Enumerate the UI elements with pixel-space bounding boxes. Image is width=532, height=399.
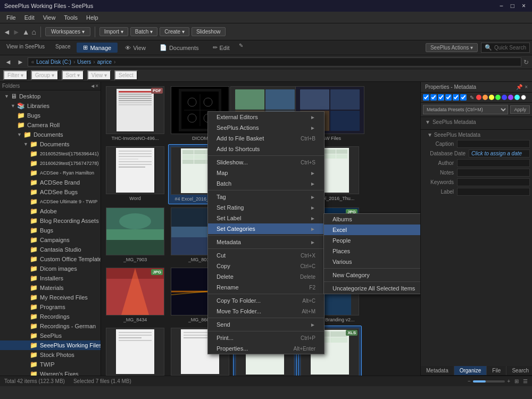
cb6[interactable] xyxy=(460,94,467,101)
thumb-mg7903[interactable]: _MG_7903 xyxy=(103,205,167,264)
view-mode-btn[interactable]: ⊞ xyxy=(514,378,519,384)
thumb-word[interactable]: Word xyxy=(103,144,167,204)
sidebar-item-seeplus-working[interactable]: 📁 SeeePlus Working Files xyxy=(0,340,101,350)
menu-edit[interactable]: Edit xyxy=(20,13,39,22)
rp-tab-file[interactable]: File xyxy=(487,366,506,375)
ctx-set-categories[interactable]: Set Categories ► xyxy=(208,223,324,234)
tab-view[interactable]: 👁 View xyxy=(119,43,152,53)
rp-tab-metadata[interactable]: Metadata xyxy=(421,366,454,375)
color-dot-white[interactable] xyxy=(521,95,526,100)
metadata-presets-select[interactable]: Metadata Presets (Ctrl+M) xyxy=(423,105,508,114)
sidebar-item-programs[interactable]: 📁 Programs xyxy=(0,302,101,312)
tab-documents[interactable]: 📄 Documents xyxy=(153,43,205,53)
ctx-cat-excel[interactable]: Excel xyxy=(324,225,420,235)
zoom-out-btn[interactable]: − xyxy=(468,378,471,384)
menu-tools[interactable]: Tools xyxy=(60,13,82,22)
ctx-cat-albums[interactable]: Albums xyxy=(324,214,420,225)
path-aprice[interactable]: aprice xyxy=(97,59,112,65)
ctx-map[interactable]: Map ► xyxy=(208,168,324,178)
sidebar-item-camera-roll[interactable]: 📁 Camera Roll xyxy=(0,120,101,130)
ctx-send[interactable]: Send ► xyxy=(208,319,324,330)
rp-tab-organize[interactable]: Organize xyxy=(454,366,487,375)
ctx-add-basket[interactable]: Add to File Basket Ctrl+B xyxy=(208,133,324,144)
collapse-arrow[interactable]: ▼ xyxy=(425,119,430,125)
sidebar-item-recordings[interactable]: 📁 Recordings xyxy=(0,312,101,321)
workspaces-button[interactable]: Workspaces ▾ xyxy=(45,27,90,36)
sidebar-item-cantasia[interactable]: 📁 Cantasia Studio xyxy=(0,245,101,254)
sidebar-item-20160629[interactable]: 📁 20160629test(1756747278) xyxy=(0,159,101,168)
path-localdisk[interactable]: Local Disk (C:) xyxy=(36,59,71,65)
sidebar-item-documents[interactable]: ▼ 📁 Documents xyxy=(0,130,101,139)
ctx-copy-to[interactable]: Copy To Folder... Alt+C xyxy=(208,295,324,306)
close-button[interactable]: × xyxy=(520,2,528,10)
ctx-add-shortcuts[interactable]: Add to Shortcuts xyxy=(208,144,324,154)
batch-button[interactable]: Batch ▾ xyxy=(130,27,157,36)
view-in-seeplus-btn[interactable]: View in SeePlus xyxy=(2,43,49,53)
field-caption-input[interactable] xyxy=(457,140,530,148)
menu-view[interactable]: View xyxy=(39,13,60,22)
apply-button[interactable]: Apply xyxy=(510,105,530,114)
ctx-properties[interactable]: Properties... Alt+Enter xyxy=(208,343,324,354)
zoom-in-btn[interactable]: + xyxy=(507,378,510,384)
ctx-cat-places[interactable]: Places xyxy=(324,246,420,256)
field-keywords-input[interactable] xyxy=(457,178,530,186)
sidebar-item-documents2[interactable]: ▼ 📁 Documents xyxy=(0,139,101,149)
cb5[interactable] xyxy=(453,94,459,101)
ctx-set-label[interactable]: Set Label ► xyxy=(208,213,324,223)
ctx-cat-people[interactable]: People xyxy=(324,235,420,246)
sidebar-item-campaigns[interactable]: 📁 Campaigns xyxy=(0,235,101,245)
ctx-cat-various[interactable]: Various xyxy=(324,256,420,267)
zoom-slider[interactable] xyxy=(473,380,505,383)
color-dot-yellow[interactable] xyxy=(489,95,494,100)
tab-manage[interactable]: ⊞ Manage xyxy=(77,43,118,53)
ctx-print[interactable]: Print... Ctrl+P xyxy=(208,332,324,343)
addr-back-btn[interactable]: ◄ xyxy=(3,58,13,66)
create-button[interactable]: Create ▾ xyxy=(160,27,189,36)
ctx-set-rating[interactable]: Set Rating ► xyxy=(208,202,324,213)
ctx-rename[interactable]: Rename F2 xyxy=(208,282,324,293)
sort-btn[interactable]: Sort ▾ xyxy=(62,70,84,80)
sidebar-item-warrens[interactable]: 📁 Warren's Fixes xyxy=(0,369,101,376)
field-dbdate-value[interactable]: Click to assign a date xyxy=(469,149,530,157)
ctx-cat-uncategorize[interactable]: Uncategorize All Selected Items xyxy=(324,283,420,294)
list-view-btn[interactable]: ☰ xyxy=(523,378,528,384)
tab-edit[interactable]: ✏ Edit xyxy=(206,43,236,53)
sidebar-item-20160525[interactable]: 📁 20160525test(1756396441) xyxy=(0,149,101,159)
sidebar-item-dicom[interactable]: 📁 Dicom images xyxy=(0,264,101,273)
menu-help[interactable]: Help xyxy=(82,13,103,22)
color-dot-blue[interactable] xyxy=(502,95,507,100)
color-dot-purple[interactable] xyxy=(508,95,513,100)
thumb-mg8434[interactable]: JPG _MG_8434 xyxy=(103,265,167,325)
ctx-cat-new[interactable]: New Category xyxy=(324,270,420,280)
thumb-thc-invoice[interactable]: PDF THC-InvoiceNO-496... xyxy=(103,84,167,143)
sidebar-item-acdSee-ultimate[interactable]: 📁 ACDSee Ultimate 9 - TWIP xyxy=(0,197,101,206)
field-notes-input[interactable] xyxy=(457,169,530,177)
sidebar-item-installers[interactable]: 📁 Installers xyxy=(0,273,101,283)
ctx-seeplus-actions[interactable]: SeePlus Actions ► xyxy=(208,122,324,133)
cb2[interactable] xyxy=(430,94,437,101)
space-btn[interactable]: Space xyxy=(51,43,74,53)
filter-btn[interactable]: Filter ▾ xyxy=(3,70,28,80)
import-button[interactable]: Import ▾ xyxy=(99,27,128,36)
back-button[interactable]: ◄ xyxy=(3,28,11,36)
up-button[interactable]: ▲ xyxy=(22,28,30,36)
sidebar-item-adobe[interactable]: 📁 Adobe xyxy=(0,206,101,216)
panel-close-btn[interactable]: × xyxy=(525,84,528,90)
sidebar-item-acdSee-ryan[interactable]: 📁 ACDSee - Ryan Hamilton xyxy=(0,168,101,178)
sidebar-item-recordings-german[interactable]: 📁 Recordings - German xyxy=(0,321,101,331)
path-users[interactable]: Users xyxy=(77,59,91,65)
cb3[interactable] xyxy=(438,94,444,101)
home-button[interactable]: ⌂ xyxy=(32,28,36,36)
sidebar-item-bugs2[interactable]: 📁 Bugs xyxy=(0,226,101,235)
sidebar-collapse-btn[interactable]: ◄ xyxy=(90,83,95,89)
sidebar-item-stock[interactable]: 📁 Stock Photos xyxy=(0,350,101,360)
rp-tab-search[interactable]: Search xyxy=(506,366,532,375)
field-label-input[interactable] xyxy=(457,188,530,196)
forward-button[interactable]: ► xyxy=(13,28,20,36)
sidebar-item-blog[interactable]: 📁 Blog Recording Assets xyxy=(0,216,101,226)
ctx-slideshow[interactable]: Slideshow... Ctrl+S xyxy=(208,157,324,168)
sidebar-item-custom-office[interactable]: 📁 Custom Office Templates xyxy=(0,254,101,264)
slideshow-button[interactable]: Slideshow xyxy=(192,27,226,36)
ctx-cut[interactable]: Cut Ctrl+X xyxy=(208,250,324,261)
seeplus-actions-btn[interactable]: SeePlus Actions ▾ xyxy=(426,43,478,52)
